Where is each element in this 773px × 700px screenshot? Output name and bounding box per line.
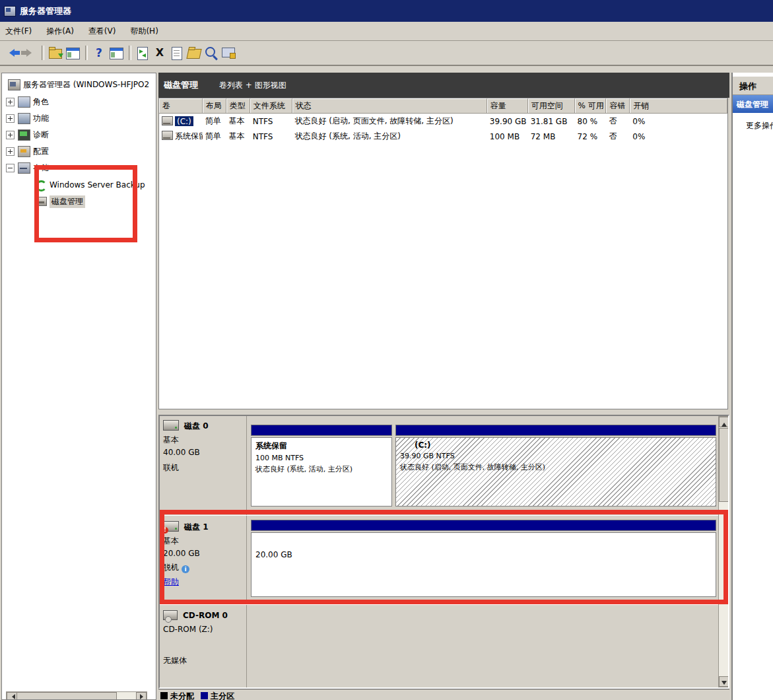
properties-icon[interactable]	[169, 45, 185, 61]
tree-item-features[interactable]: 功能	[6, 111, 49, 125]
partition-c[interactable]: (C:) 39.90 GB NTFS 状态良好 (启动, 页面文件, 故障转储,…	[395, 425, 716, 508]
partition-strip	[251, 425, 392, 436]
menu-help[interactable]: 帮助(H)	[130, 26, 158, 37]
manage-computer-icon[interactable]	[220, 45, 236, 61]
disk-management-panel: 磁盘管理 卷列表 + 图形视图 卷 布局 类型 文件系统 状态 容量 可用空间 …	[158, 73, 729, 700]
delete-icon[interactable]: X	[152, 45, 168, 61]
panel-title: 磁盘管理	[164, 79, 198, 91]
forward-icon[interactable]	[21, 45, 37, 61]
partition-status: 状态良好 (系统, 活动, 主分区)	[255, 464, 387, 474]
tree-item-label: 功能	[33, 113, 49, 124]
expand-plus-icon[interactable]	[6, 98, 15, 106]
scrollbar-thumb[interactable]	[17, 692, 117, 700]
panel-header: 磁盘管理 卷列表 + 图形视图	[158, 73, 729, 98]
search-icon[interactable]	[203, 45, 219, 61]
scrollbar-thumb[interactable]	[719, 428, 729, 502]
show-console-tree-icon[interactable]	[48, 45, 63, 61]
toolbar-separator	[85, 46, 88, 60]
tree-item-diagnostics[interactable]: 诊断	[6, 127, 49, 142]
cell-type: 基本	[226, 131, 250, 142]
partition-info: 100 MB NTFS	[255, 454, 387, 462]
more-actions[interactable]: 更多操作	[746, 120, 773, 131]
cell-pct-free: 80 %	[575, 117, 607, 126]
col-capacity[interactable]: 容量	[487, 98, 528, 113]
partition-title: (C:)	[400, 440, 712, 450]
cell-pct-free: 72 %	[575, 132, 607, 141]
cell-fault-tolerance: 否	[606, 131, 630, 142]
volume-list: 卷 布局 类型 文件系统 状态 容量 可用空间 % 可用 容错 开销 (C:) …	[158, 98, 728, 409]
col-filesystem[interactable]: 文件系统	[250, 98, 292, 113]
toolbar: ? X	[0, 41, 773, 66]
console-window-icon[interactable]	[108, 45, 124, 61]
volume-row-c[interactable]: (C:) 简单 基本 NTFS 状态良好 (启动, 页面文件, 故障转储, 主分…	[159, 114, 727, 129]
unallocated-color-swatch	[160, 692, 168, 699]
window-title: 服务器管理器	[20, 5, 71, 17]
tree-root[interactable]: 服务器管理器 (WINDOWS-HFJPO2	[5, 77, 149, 92]
expand-plus-icon[interactable]	[6, 114, 15, 123]
cell-overhead: 0%	[630, 132, 727, 141]
cell-status: 状态良好 (系统, 活动, 主分区)	[292, 131, 487, 142]
scroll-right-icon[interactable]	[136, 692, 147, 700]
menu-file[interactable]: 文件(F)	[5, 26, 32, 37]
primary-partition-color-swatch	[201, 692, 208, 699]
col-layout[interactable]: 布局	[203, 98, 226, 113]
roles-icon	[18, 96, 30, 108]
volume-table-header: 卷 布局 类型 文件系统 状态 容量 可用空间 % 可用 容错 开销	[159, 98, 727, 114]
back-icon[interactable]	[4, 45, 20, 61]
server-manager-window: 服务器管理器 文件(F) 操作(A) 查看(V) 帮助(H) ? X 服务器管理…	[0, 0, 773, 700]
col-overhead[interactable]: 开销	[630, 98, 727, 113]
col-pct-free[interactable]: % 可用	[575, 98, 607, 113]
tree-item-configuration[interactable]: 配置	[6, 144, 49, 158]
cdrom-icon	[163, 610, 178, 620]
cell-free-space: 31.81 GB	[528, 117, 575, 126]
legend-bar: 未分配 主分区	[158, 689, 729, 700]
col-free-space[interactable]: 可用空间	[528, 98, 575, 113]
diagnostics-icon	[18, 129, 30, 141]
volume-row-system-reserved[interactable]: 系统保留 简单 基本 NTFS 状态良好 (系统, 活动, 主分区) 100 M…	[159, 129, 727, 144]
title-bar[interactable]: 服务器管理器	[0, 0, 773, 22]
cell-filesystem: NTFS	[250, 132, 292, 141]
toolbar-separator	[42, 46, 44, 60]
open-folder-icon[interactable]	[186, 45, 202, 61]
cell-capacity: 39.90 GB	[487, 117, 528, 126]
configuration-icon	[18, 146, 30, 157]
cell-layout: 简单	[203, 116, 226, 127]
disk-name: CD-ROM 0	[183, 611, 228, 620]
help-icon[interactable]: ?	[91, 45, 107, 61]
collapse-minus-icon[interactable]	[6, 164, 15, 172]
tree-item-roles[interactable]: 角色	[6, 94, 49, 109]
expand-plus-icon[interactable]	[6, 147, 15, 156]
expand-plus-icon[interactable]	[6, 131, 15, 139]
cell-fault-tolerance: 否	[606, 116, 630, 127]
toolbar-separator	[129, 46, 131, 60]
console-window-icon[interactable]	[65, 45, 81, 61]
disk-type: 基本	[163, 435, 179, 446]
col-fault-tolerance[interactable]: 容错	[606, 98, 630, 113]
hard-disk-icon	[163, 420, 179, 431]
actions-title: 操作	[733, 77, 773, 95]
disk-size: 40.00 GB	[163, 448, 200, 457]
col-type[interactable]: 类型	[226, 98, 250, 113]
volume-icon	[162, 131, 173, 140]
disk-name: 磁盘 0	[184, 421, 209, 431]
cell-type: 基本	[226, 116, 250, 127]
features-icon	[18, 113, 30, 124]
menu-view[interactable]: 查看(V)	[88, 26, 116, 37]
menu-action[interactable]: 操作(A)	[46, 26, 74, 37]
cell-overhead: 0%	[630, 117, 727, 126]
refresh-icon[interactable]	[135, 45, 151, 61]
tree-horizontal-scrollbar[interactable]	[6, 691, 147, 700]
app-icon	[4, 6, 16, 17]
volume-icon	[162, 116, 173, 125]
col-volume[interactable]: 卷	[159, 98, 203, 113]
tree-item-label: 诊断	[33, 129, 49, 141]
annotation-rectangle-tree	[34, 165, 137, 242]
col-status[interactable]: 状态	[292, 98, 487, 113]
partition-system-reserved[interactable]: 系统保留 100 MB NTFS 状态良好 (系统, 活动, 主分区)	[251, 425, 392, 508]
scroll-up-icon[interactable]	[719, 417, 729, 427]
tree-root-label: 服务器管理器 (WINDOWS-HFJPO2	[23, 79, 149, 90]
scroll-left-icon[interactable]	[7, 692, 17, 700]
server-manager-icon	[8, 79, 20, 90]
scroll-down-icon[interactable]	[719, 676, 729, 687]
actions-section-disk-management[interactable]: 磁盘管理	[733, 95, 773, 113]
